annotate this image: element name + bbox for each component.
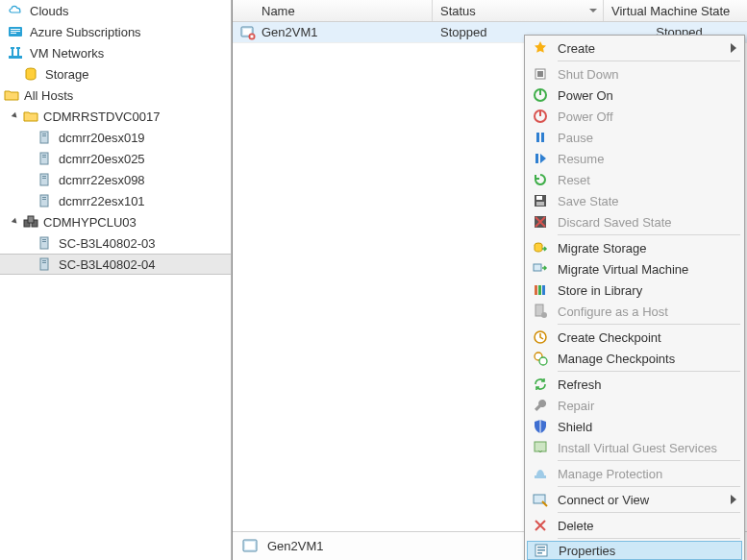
menu-configure-host[interactable]: Configure as a Host <box>527 301 742 322</box>
svg-rect-47 <box>536 196 542 200</box>
menu-store-library-label: Store in Library <box>558 283 642 298</box>
svg-rect-19 <box>40 195 48 207</box>
menu-create[interactable]: Create <box>527 37 742 59</box>
nav-host[interactable]: dcmrr20esx019 <box>0 127 231 148</box>
menu-install-guest[interactable]: Install Virtual Guest Services <box>527 437 742 458</box>
properties-icon <box>532 541 551 560</box>
menu-reset[interactable]: Reset <box>527 169 742 190</box>
nav-clouds[interactable]: Clouds <box>0 0 231 21</box>
submenu-arrow-icon <box>731 43 736 53</box>
install-guest-icon <box>531 438 550 457</box>
host-label: dcmrr22esx098 <box>59 173 145 187</box>
svg-rect-61 <box>535 475 546 478</box>
host-label: dcmrr20esx025 <box>59 152 145 166</box>
svg-rect-28 <box>40 258 48 270</box>
menu-discard[interactable]: Discard Saved State <box>527 211 742 232</box>
library-icon <box>531 280 550 300</box>
nav-host[interactable]: dcmrr22esx101 <box>0 190 231 211</box>
menu-migrate-vm-label: Migrate Virtual Machine <box>558 262 688 277</box>
menu-pause[interactable]: Pause <box>527 127 742 148</box>
nav-cluster-1[interactable]: CDMRRSTDVC0017 <box>0 106 231 127</box>
menu-connect-view[interactable]: Connect or View <box>527 489 742 510</box>
nav-vmnetworks[interactable]: VM Networks <box>0 42 231 63</box>
menu-store-library[interactable]: Store in Library <box>527 280 742 301</box>
nav-host[interactable]: dcmrr20esx025 <box>0 148 231 169</box>
svg-rect-65 <box>537 549 545 551</box>
svg-rect-51 <box>534 264 541 271</box>
migrate-vm-icon <box>531 259 550 279</box>
menu-refresh-label: Refresh <box>558 377 602 392</box>
vm-stopped-icon <box>240 25 256 40</box>
svg-rect-1 <box>11 29 20 30</box>
svg-rect-29 <box>42 260 46 261</box>
svg-rect-13 <box>40 153 48 164</box>
vm-context-menu: Create Shut Down Power On Power Off Paus… <box>524 35 745 560</box>
nav-host[interactable]: dcmrr22esx098 <box>0 169 231 190</box>
nav-storage[interactable]: Storage <box>0 63 231 85</box>
menu-savestate-label: Save State <box>558 194 619 208</box>
svg-rect-7 <box>11 47 14 49</box>
svg-rect-25 <box>40 237 48 249</box>
shield-icon <box>531 417 550 436</box>
svg-rect-2 <box>11 31 20 32</box>
column-header-vmstate[interactable]: Virtual Machine State <box>604 0 747 21</box>
svg-rect-48 <box>536 202 544 206</box>
column-header-name-label: Name <box>261 4 295 18</box>
menu-shutdown[interactable]: Shut Down <box>527 63 742 85</box>
nav-azure[interactable]: Azure Subscriptions <box>0 21 231 42</box>
menu-refresh[interactable]: Refresh <box>527 374 742 395</box>
column-header-vmstate-label: Virtual Machine State <box>611 4 730 18</box>
nav-cluster-2[interactable]: CDMHYPCLU03 <box>0 211 231 232</box>
menu-shield-label: Shield <box>558 420 592 434</box>
chevron-down-icon[interactable] <box>10 110 21 122</box>
submenu-arrow-icon <box>731 495 736 504</box>
menu-migrate-vm[interactable]: Migrate Virtual Machine <box>527 258 742 280</box>
reset-icon <box>531 170 550 189</box>
migrate-storage-icon <box>531 238 550 257</box>
menu-separator <box>558 538 740 539</box>
column-header-status-label: Status <box>440 4 476 18</box>
menu-shield[interactable]: Shield <box>527 416 742 437</box>
svg-rect-40 <box>539 89 541 95</box>
menu-resume-label: Resume <box>558 152 604 166</box>
cluster-icon <box>23 215 38 229</box>
vm-name: Gen2VM1 <box>261 25 318 39</box>
nav-host[interactable]: SC-B3L40802-03 <box>0 232 231 254</box>
column-header-name[interactable]: Name <box>233 0 433 21</box>
menu-properties[interactable]: Properties <box>527 541 742 560</box>
menu-migrate-storage-label: Migrate Storage <box>558 241 647 256</box>
pause-icon <box>531 128 550 147</box>
nav-azure-label: Azure Subscriptions <box>30 25 141 39</box>
menu-pause-label: Pause <box>558 131 593 145</box>
menu-resume[interactable]: Resume <box>527 148 742 169</box>
host-label: dcmrr20esx019 <box>59 131 145 145</box>
svg-rect-45 <box>535 154 538 163</box>
svg-rect-54 <box>542 285 545 295</box>
menu-separator <box>558 512 740 513</box>
menu-poweroff[interactable]: Power Off <box>527 106 742 127</box>
nav-all-hosts[interactable]: All Hosts <box>0 85 231 106</box>
menu-repair[interactable]: Repair <box>527 395 742 416</box>
poweron-icon <box>531 85 550 105</box>
app-root: Clouds Azure Subscriptions VM Networks S… <box>0 0 747 560</box>
chevron-down-icon[interactable] <box>10 216 21 228</box>
menu-savestate[interactable]: Save State <box>527 190 742 211</box>
menu-manage-checkpoints-label: Manage Checkpoints <box>558 352 675 366</box>
svg-rect-30 <box>42 262 46 263</box>
nav-host-selected[interactable]: SC-B3L40802-04 <box>0 254 231 275</box>
svg-rect-11 <box>42 134 46 134</box>
menu-manage-protection[interactable]: Manage Protection <box>527 463 742 484</box>
menu-reset-label: Reset <box>558 173 590 187</box>
menu-migrate-storage[interactable]: Migrate Storage <box>527 237 742 258</box>
menu-create-checkpoint[interactable]: Create Checkpoint <box>527 327 742 348</box>
menu-separator <box>558 460 740 461</box>
menu-separator <box>558 234 740 235</box>
column-header-status[interactable]: Status <box>433 0 604 21</box>
connect-icon <box>531 490 550 509</box>
menu-poweron[interactable]: Power On <box>527 85 742 106</box>
nav-vmnetworks-label: VM Networks <box>30 46 104 61</box>
menu-manage-checkpoints[interactable]: Manage Checkpoints <box>527 348 742 369</box>
menu-delete[interactable]: Delete <box>527 515 742 536</box>
svg-rect-60 <box>535 442 546 451</box>
repair-icon <box>531 396 550 415</box>
